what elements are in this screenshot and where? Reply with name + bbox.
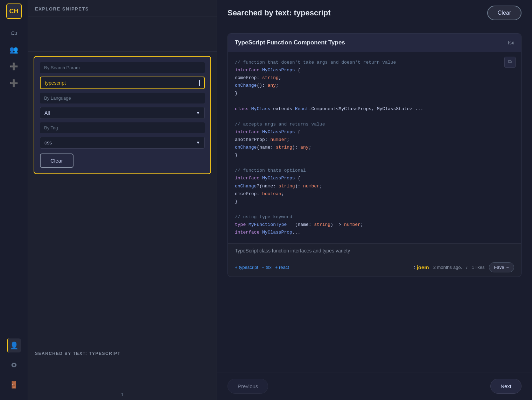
snippet-footer: + typescript + tsx + react : joem 2 mont… <box>228 258 521 277</box>
app-logo[interactable]: CH <box>6 3 22 19</box>
snippet-timestamp: 2 months ago. <box>433 265 462 270</box>
add-snippet-icon[interactable]: ➕ <box>7 59 21 73</box>
tag-value: css <box>44 140 52 145</box>
spacer-top <box>28 16 217 51</box>
code-line-1: // function that doesn't take args and d… <box>235 59 514 66</box>
code-line-18: type MyFunctionType = (name: string) => … <box>235 221 514 229</box>
chevron-down-tag-icon: ▼ <box>196 140 200 145</box>
searched-label: Searched By Text: TypeScript <box>28 346 217 361</box>
left-panel-title: Explore Snippets <box>28 0 217 16</box>
settings-icon[interactable]: ⚙ <box>7 358 21 372</box>
code-line-8: interface MyClassProps { <box>235 128 514 136</box>
code-line-16: } <box>235 198 514 206</box>
left-panel: Explore Snippets By Search Param By Lang… <box>28 0 217 400</box>
clear-main-button[interactable]: Clear <box>487 6 522 20</box>
clear-filter-button[interactable]: Clear <box>40 153 74 168</box>
language-select[interactable]: All ▼ <box>40 107 205 119</box>
code-line-13: interface MyClassProps { <box>235 174 514 182</box>
bottom-nav: Previous Next <box>217 372 532 400</box>
divider-2 <box>28 51 217 52</box>
logout-icon[interactable]: 🚪 <box>7 378 21 392</box>
fave-label: Fave <box>494 265 504 270</box>
fave-minus-icon: − <box>506 265 509 270</box>
code-line-3: someProp: string; <box>235 74 514 82</box>
code-line-4: onChange(): any; <box>235 82 514 90</box>
snippet-card-header: TypeScript Function Component Types tsx <box>228 34 521 52</box>
by-search-param-label: By Search Param <box>40 62 205 73</box>
code-line-7: // accepts args and returns value <box>235 121 514 128</box>
main-header: Searched by text: typescript Clear <box>217 0 532 26</box>
add-collection-icon[interactable]: ➕ <box>7 76 21 90</box>
fave-button[interactable]: Fave − <box>489 262 514 272</box>
code-line-17: // using type keyword <box>235 213 514 221</box>
tag-react[interactable]: + react <box>275 265 289 270</box>
likes-separator: / <box>466 265 468 270</box>
sidebar: CH 🗂 👥 ➕ ➕ 👤 ⚙ 🚪 <box>0 0 28 400</box>
spacer-middle <box>28 178 217 346</box>
code-line-14: onChange?(name: string): number; <box>235 183 514 190</box>
tag-tsx[interactable]: + tsx <box>262 265 272 270</box>
snippet-lang-badge: tsx <box>508 40 514 45</box>
spacer-bottom <box>28 361 217 389</box>
search-input-wrapper[interactable] <box>40 77 205 89</box>
code-line-15: niceProp: boolean; <box>235 190 514 198</box>
main-title: Searched by text: typescript <box>227 8 331 17</box>
language-value: All <box>44 110 50 116</box>
code-line-5: } <box>235 90 514 97</box>
code-line-11: } <box>235 151 514 159</box>
code-line-10: onChange(name: string): any; <box>235 144 514 151</box>
snippet-author: : joem <box>413 264 429 270</box>
by-language-label: By Language <box>40 93 205 103</box>
code-line-2: interface MyClassProps { <box>235 66 514 74</box>
code-line-19: interface MyClassProp... <box>235 229 514 236</box>
previous-button[interactable]: Previous <box>227 379 268 394</box>
text-cursor <box>199 80 200 86</box>
users-icon[interactable]: 👥 <box>7 43 21 57</box>
snippet-description: TypeScript class function interfaces and… <box>228 243 521 258</box>
tag-typescript[interactable]: + typescript <box>235 265 258 270</box>
tag-select[interactable]: css ▼ <box>40 137 205 149</box>
user-profile-icon[interactable]: 👤 <box>7 338 21 352</box>
snippet-tags: + typescript + tsx + react <box>235 265 289 270</box>
main-body: TypeScript Function Component Types tsx … <box>217 26 532 372</box>
search-input[interactable] <box>45 80 198 86</box>
copy-button[interactable]: ⧉ <box>504 57 516 68</box>
by-tag-label: By Tag <box>40 122 205 133</box>
folder-icon[interactable]: 🗂 <box>7 26 21 40</box>
code-line-9: anotherProp: number; <box>235 136 514 144</box>
code-line-6: class MyClass extends React.Component<My… <box>235 105 514 113</box>
snippet-code: ⧉ // function that doesn't take args and… <box>228 52 521 243</box>
snippet-title: TypeScript Function Component Types <box>235 39 345 46</box>
chevron-down-icon: ▼ <box>196 110 200 115</box>
code-line-12: // function thats optional <box>235 167 514 174</box>
main-content: Searched by text: typescript Clear TypeS… <box>217 0 532 400</box>
snippet-card: TypeScript Function Component Types tsx … <box>227 33 522 277</box>
search-form: By Search Param By Language All ▼ By Tag… <box>34 56 211 174</box>
pagination-number: 1 <box>28 389 217 400</box>
next-button[interactable]: Next <box>490 379 522 394</box>
snippet-meta: : joem 2 months ago. / 1 likes Fave − <box>413 262 514 272</box>
snippet-likes: 1 likes <box>472 265 485 270</box>
